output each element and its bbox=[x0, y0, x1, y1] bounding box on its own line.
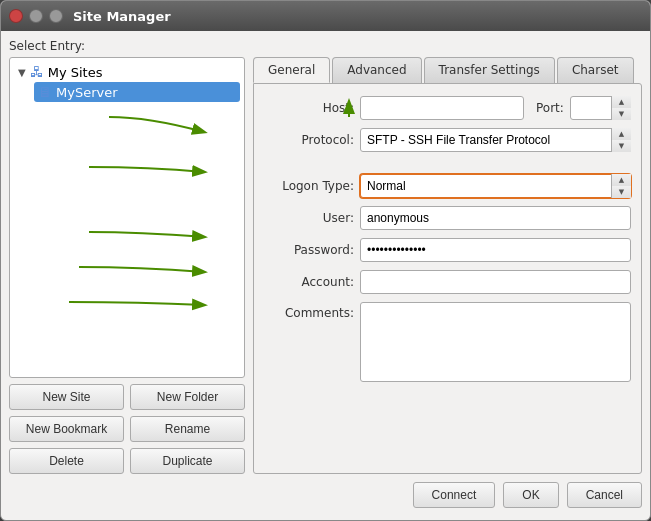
host-input[interactable] bbox=[360, 96, 524, 120]
server-icon: 🖥 bbox=[38, 84, 52, 100]
ok-button[interactable]: OK bbox=[503, 482, 558, 508]
delete-button[interactable]: Delete bbox=[9, 448, 124, 474]
password-label: Password: bbox=[264, 243, 354, 257]
tab-transfer-settings[interactable]: Transfer Settings bbox=[424, 57, 555, 83]
logon-wrapper: Normal ▲ ▼ bbox=[360, 174, 631, 198]
duplicate-button[interactable]: Duplicate bbox=[130, 448, 245, 474]
minimize-button[interactable] bbox=[29, 9, 43, 23]
account-label: Account: bbox=[264, 275, 354, 289]
password-row: Password: bbox=[264, 238, 631, 262]
tree-root-label: My Sites bbox=[48, 65, 103, 80]
new-site-button[interactable]: New Site bbox=[9, 384, 124, 410]
user-input[interactable] bbox=[360, 206, 631, 230]
maximize-button[interactable] bbox=[49, 9, 63, 23]
new-bookmark-button[interactable]: New Bookmark bbox=[9, 416, 124, 442]
protocol-row: Protocol: SFTP - SSH File Transfer Proto… bbox=[264, 128, 631, 152]
port-up[interactable]: ▲ bbox=[612, 96, 631, 108]
select-entry-label: Select Entry: bbox=[9, 39, 642, 53]
logon-spinner[interactable]: ▲ ▼ bbox=[611, 174, 631, 198]
connect-button[interactable]: Connect bbox=[413, 482, 496, 508]
titlebar: Site Manager bbox=[1, 1, 650, 31]
folder-icon: 🖧 bbox=[30, 64, 44, 80]
site-manager-window: Site Manager Select Entry: ▼ 🖧 My Sites … bbox=[0, 0, 651, 521]
logon-select[interactable]: Normal bbox=[360, 174, 631, 198]
tree-container: ▼ 🖧 My Sites 🖥 MyServer bbox=[9, 57, 245, 378]
tab-general[interactable]: General bbox=[253, 57, 330, 83]
logon-label: Logon Type: bbox=[264, 179, 354, 193]
spacer bbox=[264, 160, 631, 166]
close-button[interactable] bbox=[9, 9, 23, 23]
user-label: User: bbox=[264, 211, 354, 225]
port-label: Port: bbox=[536, 101, 564, 115]
tree-root[interactable]: ▼ 🖧 My Sites bbox=[14, 62, 240, 82]
main-area: ▼ 🖧 My Sites 🖥 MyServer New Site New Fo bbox=[9, 57, 642, 474]
btn-row-3: Delete Duplicate bbox=[9, 448, 245, 474]
window-content: Select Entry: ▼ 🖧 My Sites 🖥 MyServer bbox=[1, 31, 650, 520]
tree-server-item[interactable]: 🖥 MyServer bbox=[34, 82, 240, 102]
protocol-down[interactable]: ▼ bbox=[612, 140, 631, 152]
btn-row-1: New Site New Folder bbox=[9, 384, 245, 410]
port-wrapper: ▲ ▼ bbox=[570, 96, 631, 120]
logon-up[interactable]: ▲ bbox=[612, 174, 631, 186]
tabs: General Advanced Transfer Settings Chars… bbox=[253, 57, 642, 83]
host-label: Host: bbox=[264, 101, 354, 115]
protocol-select[interactable]: SFTP - SSH File Transfer Protocol bbox=[360, 128, 631, 152]
left-panel: ▼ 🖧 My Sites 🖥 MyServer New Site New Fo bbox=[9, 57, 245, 474]
bottom-buttons: Connect OK Cancel bbox=[9, 474, 642, 512]
password-input[interactable] bbox=[360, 238, 631, 262]
port-spinner[interactable]: ▲ ▼ bbox=[611, 96, 631, 120]
logon-down[interactable]: ▼ bbox=[612, 186, 631, 198]
new-folder-button[interactable]: New Folder bbox=[130, 384, 245, 410]
comments-textarea[interactable] bbox=[360, 302, 631, 382]
logon-row: Logon Type: Normal ▲ ▼ bbox=[264, 174, 631, 198]
tab-content: Host: Port: ▲ ▼ Protocol: bbox=[253, 83, 642, 474]
account-input[interactable] bbox=[360, 270, 631, 294]
user-row: User: bbox=[264, 206, 631, 230]
btn-row-2: New Bookmark Rename bbox=[9, 416, 245, 442]
cancel-button[interactable]: Cancel bbox=[567, 482, 642, 508]
port-down[interactable]: ▼ bbox=[612, 108, 631, 120]
comments-row: Comments: bbox=[264, 302, 631, 382]
tree-child-label: MyServer bbox=[56, 85, 118, 100]
tab-advanced[interactable]: Advanced bbox=[332, 57, 421, 83]
protocol-spinner[interactable]: ▲ ▼ bbox=[611, 128, 631, 152]
comments-label: Comments: bbox=[264, 306, 354, 320]
protocol-label: Protocol: bbox=[264, 133, 354, 147]
protocol-wrapper: SFTP - SSH File Transfer Protocol ▲ ▼ bbox=[360, 128, 631, 152]
tree-child: 🖥 MyServer bbox=[34, 82, 240, 102]
host-row: Host: Port: ▲ ▼ bbox=[264, 96, 631, 120]
rename-button[interactable]: Rename bbox=[130, 416, 245, 442]
tree-arrow: ▼ bbox=[18, 67, 26, 78]
right-panel: General Advanced Transfer Settings Chars… bbox=[253, 57, 642, 474]
protocol-up[interactable]: ▲ bbox=[612, 128, 631, 140]
window-title: Site Manager bbox=[73, 9, 171, 24]
account-row: Account: bbox=[264, 270, 631, 294]
tab-charset[interactable]: Charset bbox=[557, 57, 634, 83]
